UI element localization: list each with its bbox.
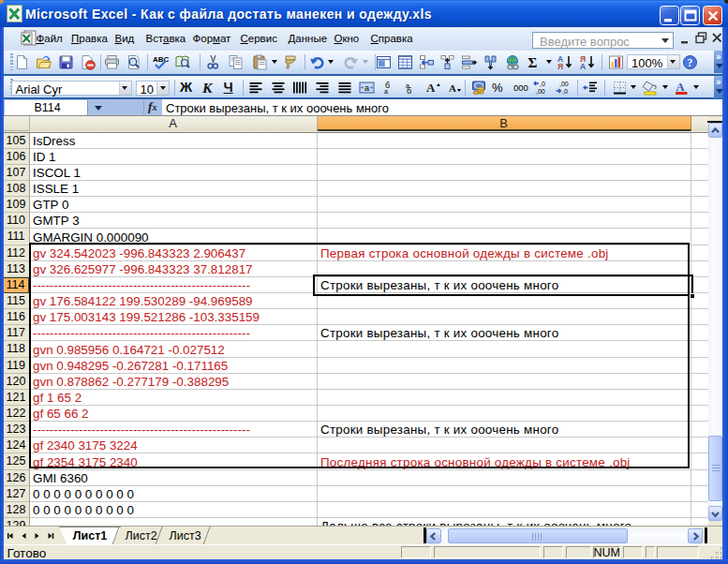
svg-text:a: a <box>364 83 369 93</box>
svg-text:Σ: Σ <box>527 55 537 70</box>
svg-text:а: а <box>384 88 388 95</box>
svg-text:ABC: ABC <box>153 55 169 64</box>
svg-text:?: ? <box>687 57 692 68</box>
svg-text:%: % <box>492 81 503 95</box>
svg-text:б: б <box>407 86 411 96</box>
svg-text:А: А <box>676 81 684 94</box>
svg-text:,0: ,0 <box>540 81 545 87</box>
svg-text:А: А <box>580 62 586 70</box>
svg-text:,0: ,0 <box>562 88 568 95</box>
svg-text:,00: ,00 <box>536 88 545 95</box>
svg-text:A: A <box>449 82 456 94</box>
svg-text:000: 000 <box>513 82 528 93</box>
svg-text:,00: ,00 <box>559 81 569 87</box>
svg-text:A: A <box>426 81 436 95</box>
svg-text:Я: Я <box>557 62 563 70</box>
